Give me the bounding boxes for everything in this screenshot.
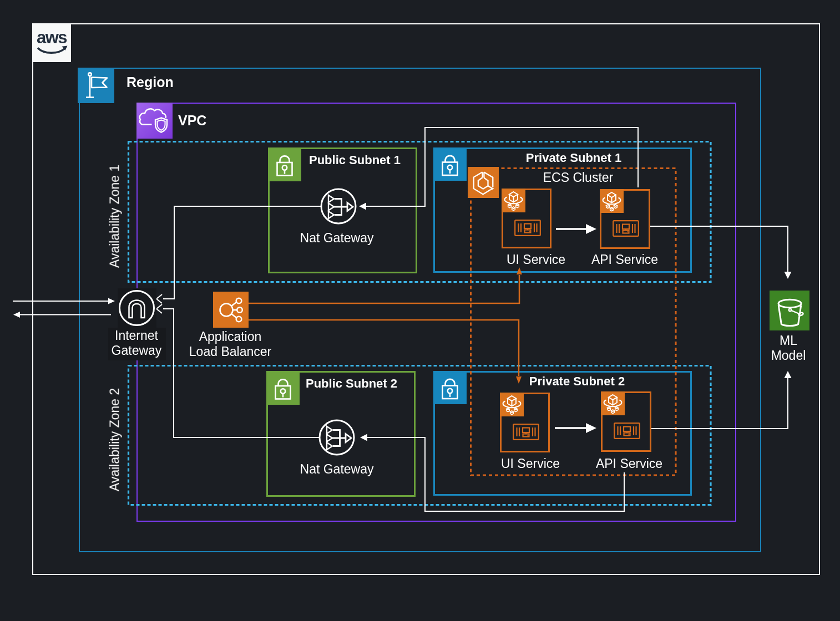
svg-text:aws: aws [37, 28, 67, 47]
